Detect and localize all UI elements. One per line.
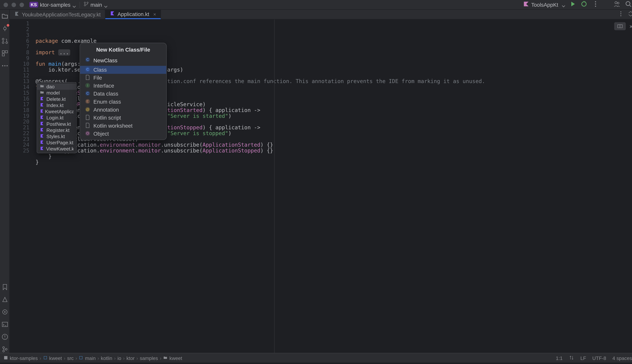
- line-number[interactable]: 21: [10, 125, 29, 131]
- file-item-KweetApplication.kt[interactable]: KweetApplication.kt: [37, 108, 76, 114]
- close-hints-icon[interactable]: ×: [629, 24, 632, 29]
- project-name[interactable]: ktor-samples: [40, 2, 70, 8]
- run-config-selector[interactable]: ToolsAppKt: [523, 1, 565, 8]
- kind-kotlin-script[interactable]: Kotlin script: [80, 114, 166, 122]
- search-icon[interactable]: [625, 0, 632, 9]
- debug-button[interactable]: [580, 0, 588, 9]
- line-separator[interactable]: LF: [580, 355, 586, 360]
- code-line[interactable]: application.environment.monitor.unsubscr…: [36, 142, 632, 148]
- commit-tool-icon[interactable]: [1, 25, 8, 32]
- breadcrumb-ktor-samples[interactable]: ktor-samples: [4, 355, 38, 360]
- tab-more-icon[interactable]: [618, 10, 624, 18]
- kind-label: Interface: [94, 83, 114, 89]
- file-item-Login.kt[interactable]: Login.kt: [37, 115, 76, 121]
- tab-Application.kt[interactable]: Application.kt ×: [106, 10, 161, 19]
- branch-icon[interactable]: [84, 2, 89, 8]
- kind-enum-class[interactable]: EEnum class: [80, 98, 166, 106]
- breadcrumb-samples[interactable]: samples: [140, 355, 158, 360]
- breadcrumb-main[interactable]: main: [79, 355, 96, 360]
- file-item-model[interactable]: model: [37, 90, 76, 96]
- kind-file[interactable]: File: [80, 74, 166, 82]
- caret-position[interactable]: 1:1: [556, 355, 562, 360]
- line-number[interactable]: 23: [10, 136, 29, 142]
- breadcrumb-ktor[interactable]: ktor: [126, 355, 134, 360]
- line-number[interactable]: 24: [10, 142, 29, 148]
- bookmark-tool-icon[interactable]: [1, 284, 8, 290]
- kind-annotation[interactable]: @Annotation: [80, 106, 166, 114]
- line-number[interactable]: 2: [10, 27, 29, 32]
- code-line[interactable]: [36, 165, 632, 171]
- svg-point-9: [626, 2, 630, 6]
- code-line[interactable]: }: [36, 154, 632, 160]
- line-number[interactable]: 18: [10, 108, 29, 113]
- git-tool-icon[interactable]: [1, 346, 8, 353]
- line-number[interactable]: 8: [10, 50, 29, 56]
- kind-kotlin-worksheet[interactable]: Kotlin worksheet: [80, 122, 166, 130]
- class-name-input[interactable]: [94, 57, 162, 63]
- code-line[interactable]: }: [36, 160, 632, 165]
- line-number[interactable]: 15: [10, 90, 29, 96]
- project-badge: KS: [29, 2, 38, 8]
- build-tool-icon[interactable]: [1, 296, 8, 303]
- kind-data-class[interactable]: CData class: [80, 90, 166, 98]
- line-number[interactable]: 11: [10, 67, 29, 73]
- line-number[interactable]: 19: [10, 113, 29, 119]
- line-number[interactable]: 10: [10, 61, 29, 67]
- line-number[interactable]: 6: [10, 38, 29, 44]
- more-actions-icon[interactable]: [592, 0, 599, 9]
- expand-editor-icon[interactable]: [628, 10, 632, 18]
- close-tab-icon[interactable]: ×: [153, 12, 156, 17]
- breadcrumb-src[interactable]: src: [67, 355, 74, 360]
- project-tool-icon[interactable]: [1, 12, 8, 20]
- kind-interface[interactable]: IInterface: [80, 82, 166, 90]
- branch-name[interactable]: main: [90, 2, 102, 8]
- line-number[interactable]: 20: [10, 119, 29, 125]
- file-item-ViewKweet.kt[interactable]: ViewKweet.kt: [37, 146, 76, 152]
- line-number[interactable]: 13: [10, 78, 29, 84]
- breadcrumb-kotlin[interactable]: kotlin: [101, 355, 112, 360]
- problems-tool-icon[interactable]: [1, 333, 8, 340]
- more-tool-icon[interactable]: [1, 62, 8, 69]
- file-item-dao[interactable]: dao: [37, 84, 76, 90]
- kind-class[interactable]: CClass: [80, 66, 166, 74]
- code-with-me-icon[interactable]: [613, 0, 620, 9]
- terminal-tool-icon[interactable]: [1, 321, 8, 328]
- encoding[interactable]: UTF-8: [592, 355, 606, 360]
- line-number[interactable]: 9: [10, 56, 29, 62]
- services-tool-icon[interactable]: [1, 308, 8, 316]
- file-item-Styles.kt[interactable]: Styles.kt: [37, 133, 76, 140]
- line-number[interactable]: 16: [10, 96, 29, 102]
- file-item-Index.kt[interactable]: Index.kt: [37, 102, 76, 108]
- line-number[interactable]: 17: [10, 102, 29, 108]
- maximize-window-dot[interactable]: [20, 2, 24, 7]
- line-number[interactable]: 7: [10, 44, 29, 50]
- right-margin-ruler: [274, 20, 275, 353]
- tab-label: Application.kt: [118, 11, 149, 17]
- chevron-down-icon[interactable]: [104, 3, 107, 6]
- tab-YoukubeApplicationTestLegacy.kt[interactable]: YoukubeApplicationTestLegacy.kt: [10, 10, 106, 19]
- line-number[interactable]: 1: [10, 21, 29, 27]
- breadcrumb-kweet[interactable]: kweet: [163, 355, 182, 360]
- chevron-down-icon[interactable]: [72, 3, 76, 6]
- line-number[interactable]: 3: [10, 32, 29, 38]
- line-number[interactable]: 14: [10, 84, 29, 90]
- close-window-dot[interactable]: [4, 2, 8, 7]
- line-number[interactable]: 25: [10, 148, 29, 154]
- pull-request-tool-icon[interactable]: [1, 37, 8, 44]
- code-line[interactable]: application.environment.monitor.unsubscr…: [36, 148, 632, 154]
- file-item-Delete.kt[interactable]: Delete.kt: [37, 96, 76, 102]
- indent[interactable]: 4 spaces: [612, 355, 632, 360]
- minimize-window-dot[interactable]: [12, 2, 16, 7]
- kind-object[interactable]: OObject: [80, 130, 166, 138]
- breadcrumb-kweet[interactable]: kweet: [43, 355, 62, 360]
- line-number[interactable]: 12: [10, 73, 29, 79]
- file-item-UserPage.kt[interactable]: UserPage.kt: [37, 140, 76, 146]
- file-item-Register.kt[interactable]: Register.kt: [37, 127, 76, 133]
- run-button[interactable]: [570, 1, 576, 8]
- line-separator-icon[interactable]: [569, 355, 574, 361]
- structure-tool-icon[interactable]: [1, 50, 8, 57]
- line-number[interactable]: 22: [10, 131, 29, 136]
- reader-mode-toggle[interactable]: [614, 22, 626, 30]
- file-item-PostNew.kt[interactable]: PostNew.kt: [37, 121, 76, 127]
- breadcrumb-io[interactable]: io: [118, 355, 121, 360]
